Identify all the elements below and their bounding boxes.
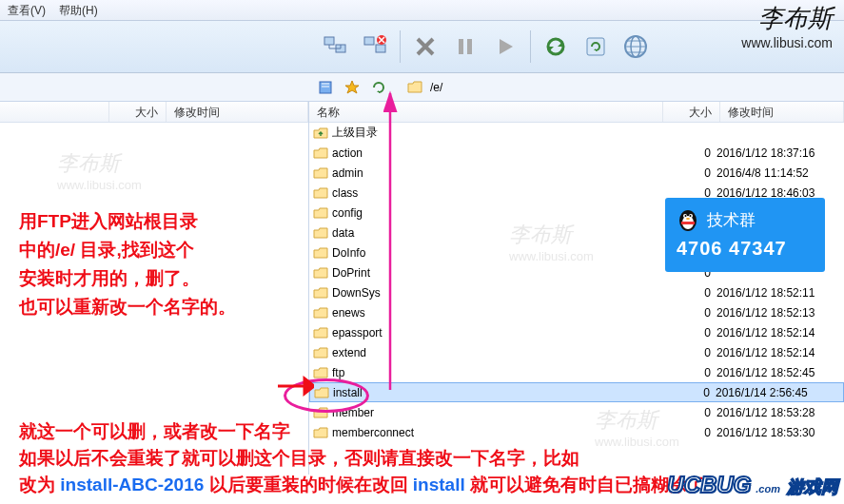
file-size: 0	[669, 426, 716, 439]
nav-star-icon[interactable]	[341, 76, 363, 99]
col-size[interactable]: 大小	[663, 102, 720, 122]
file-size: 0	[669, 166, 716, 180]
file-date: 2016/1/12 18:52:13	[716, 306, 840, 320]
file-size: 0	[669, 406, 716, 419]
svg-rect-18	[681, 222, 695, 224]
file-row-member[interactable]: member02016/1/12 18:53:28	[309, 402, 844, 422]
file-name: DownSys	[332, 286, 669, 300]
nav-refresh-icon[interactable]	[367, 76, 390, 99]
svg-rect-7	[587, 38, 604, 55]
file-name: DoPrint	[332, 266, 669, 280]
folder-icon	[407, 81, 422, 93]
up-folder-icon	[313, 126, 328, 140]
col-date[interactable]: 修改时间	[720, 102, 844, 122]
menu-view[interactable]: 查看(V)	[8, 3, 46, 17]
svg-point-17	[686, 218, 690, 220]
file-name: install	[333, 386, 668, 399]
qq-penguin-icon	[677, 207, 699, 232]
file-name: config	[332, 206, 669, 220]
file-name: action	[332, 146, 669, 160]
file-name: DoInfo	[332, 246, 669, 260]
up-label: 上级目录	[332, 125, 840, 141]
col-name[interactable]: 名称	[309, 102, 663, 122]
sync-icon[interactable]	[539, 29, 573, 64]
qq-label: 技术群	[707, 209, 756, 231]
file-date: 2016/1/12 18:53:30	[716, 426, 840, 439]
file-row-install[interactable]: install02016/1/14 2:56:45	[309, 382, 844, 402]
cancel-icon[interactable]	[408, 29, 442, 64]
right-column-header: 名称 大小 修改时间	[309, 102, 844, 123]
left-column-header: 大小 修改时间	[0, 102, 308, 123]
pause-icon[interactable]	[448, 29, 482, 64]
refresh-icon[interactable]	[579, 29, 613, 64]
file-name: data	[332, 226, 669, 240]
play-icon[interactable]	[488, 29, 522, 64]
file-size: 0	[668, 386, 716, 399]
file-row-enews[interactable]: enews02016/1/12 18:52:13	[309, 302, 844, 322]
file-size: 0	[669, 326, 716, 339]
file-date: 2016/1/12 18:37:16	[716, 146, 840, 160]
path-text: /e/	[430, 81, 442, 94]
file-name: extend	[332, 346, 669, 359]
file-date: 2016/1/12 18:52:14	[716, 326, 840, 339]
file-date: 2016/1/12 18:52:14	[716, 346, 840, 359]
file-row-DownSys[interactable]: DownSys02016/1/12 18:52:11	[309, 282, 844, 302]
file-row-action[interactable]: action02016/1/12 18:37:16	[309, 143, 844, 163]
qq-group-box[interactable]: 技术群 4706 47347	[665, 198, 825, 272]
file-name: enews	[332, 306, 669, 320]
nav-book-icon[interactable]	[314, 76, 337, 99]
file-row-extend[interactable]: extend02016/1/12 18:52:14	[309, 342, 844, 362]
up-directory[interactable]: 上级目录	[309, 123, 844, 143]
content-area: 大小 修改时间 李布斯 www.libusi.com 名称 大小 修改时间 上级…	[0, 102, 844, 475]
disconnect-icon[interactable]	[358, 29, 392, 64]
watermark-cn: 李布斯	[57, 149, 142, 178]
path-display[interactable]: /e/	[403, 79, 838, 96]
watermark-url: www.libusi.com	[57, 178, 142, 192]
globe-icon[interactable]	[618, 29, 653, 64]
file-date: 2016/4/8 11:14:52	[716, 166, 840, 180]
menu-help[interactable]: 帮助(H)	[59, 3, 98, 17]
svg-point-15	[685, 215, 687, 217]
svg-rect-6	[467, 39, 472, 54]
file-size: 0	[669, 306, 716, 320]
file-size: 0	[669, 366, 716, 379]
main-toolbar	[0, 21, 844, 73]
svg-rect-3	[376, 45, 385, 52]
file-row-epassport[interactable]: epassport02016/1/12 18:52:14	[309, 322, 844, 342]
file-date: 2016/1/12 18:52:11	[716, 286, 840, 300]
file-size: 0	[669, 286, 716, 300]
file-name: memberconnect	[332, 426, 669, 439]
connect-icon[interactable]	[318, 29, 352, 64]
file-name: member	[332, 406, 669, 419]
brand-logo: 李布斯 www.libusi.com	[741, 2, 833, 50]
file-row-memberconnect[interactable]: memberconnect02016/1/12 18:53:30	[309, 422, 844, 442]
file-row-admin[interactable]: admin02016/4/8 11:14:52	[309, 163, 844, 183]
col-date-left[interactable]: 修改时间	[167, 102, 308, 122]
file-row-ftp[interactable]: ftp02016/1/12 18:52:45	[309, 362, 844, 382]
qq-number: 4706 47347	[677, 238, 814, 260]
nav-bar: /e/	[0, 73, 844, 102]
col-size-left[interactable]: 大小	[109, 102, 167, 122]
right-panel: 名称 大小 修改时间 上级目录 action02016/1/12 18:37:1…	[309, 102, 844, 475]
file-size: 0	[669, 146, 716, 160]
file-name: epassport	[332, 326, 669, 339]
svg-rect-0	[324, 37, 334, 45]
file-name: class	[332, 186, 669, 200]
left-panel: 大小 修改时间 李布斯 www.libusi.com	[0, 102, 309, 475]
menu-bar: 查看(V) 帮助(H)	[0, 0, 844, 21]
svg-rect-2	[364, 37, 374, 45]
file-date: 2016/1/14 2:56:45	[716, 386, 839, 399]
file-name: ftp	[332, 366, 669, 379]
file-list[interactable]: 上级目录 action02016/1/12 18:37:16admin02016…	[309, 123, 844, 475]
file-size: 0	[669, 346, 716, 359]
file-date: 2016/1/12 18:53:28	[716, 406, 840, 419]
file-name: admin	[332, 166, 669, 180]
file-date: 2016/1/12 18:52:45	[716, 366, 840, 379]
svg-point-16	[690, 215, 692, 217]
svg-rect-5	[459, 39, 463, 54]
ucbug-watermark: UCBUG.com游戏网	[667, 472, 838, 498]
